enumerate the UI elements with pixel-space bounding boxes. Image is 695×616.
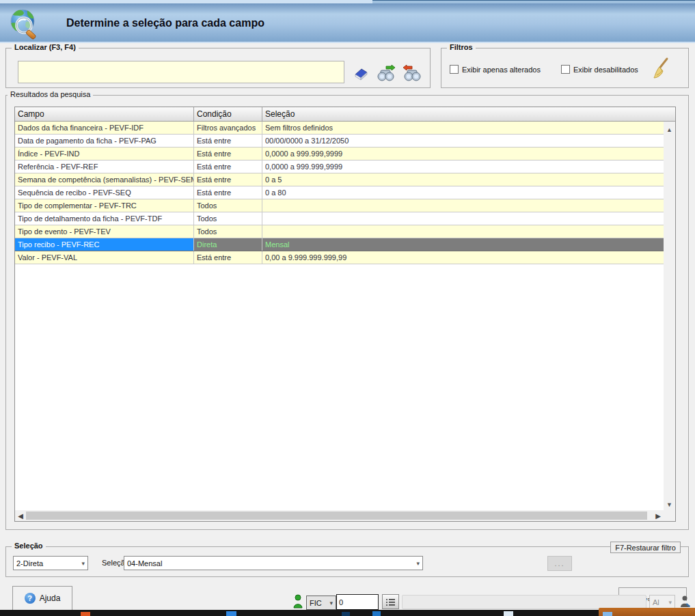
- results-table: Campo Condição Seleção Dados da ficha fi…: [14, 107, 676, 522]
- fic-combo[interactable]: FIC ▾: [306, 596, 336, 610]
- horizontal-scrollbar[interactable]: ◀ ▶: [15, 510, 664, 521]
- cell-condicao: Filtros avançados: [194, 122, 262, 134]
- al-combo-disabled: Al ▾: [649, 595, 675, 609]
- cell-campo: Índice - PEVF-IND: [15, 148, 194, 160]
- taskbar-app-fragment: [226, 611, 236, 616]
- help-button[interactable]: ? Ajuda: [12, 586, 72, 611]
- checkbox-exibir-desabilitados[interactable]: Exibir desabilitados: [561, 65, 638, 74]
- chevron-down-icon: ▾: [329, 600, 333, 606]
- table-row[interactable]: Índice - PEVF-INDEstá entre0,0000 a 999.…: [15, 148, 664, 160]
- table-row[interactable]: Tipo de detalhamento da ficha - PEVF-TDF…: [15, 212, 664, 225]
- taskbar-app-fragment: [504, 611, 513, 616]
- cell-selecao: [262, 199, 664, 212]
- cell-selecao: [262, 225, 664, 238]
- cell-condicao: Todos: [194, 225, 262, 238]
- cell-campo: Valor - PEVF-VAL: [15, 251, 194, 264]
- table-row[interactable]: Semana de competência (semanalistas) - P…: [15, 173, 664, 186]
- help-button-label: Ajuda: [40, 593, 61, 603]
- help-icon: ?: [25, 593, 36, 604]
- table-row[interactable]: Sequência de recibo - PEVF-SEQEstá entre…: [15, 186, 664, 199]
- broom-icon[interactable]: [646, 57, 674, 87]
- filtros-group-label: Filtros: [447, 43, 476, 51]
- cell-selecao: Mensal: [262, 238, 664, 251]
- cell-condicao: Está entre: [194, 186, 262, 199]
- fic-combo-value: FIC: [310, 599, 322, 607]
- checkbox-label: Exibir apenas alterados: [462, 66, 541, 74]
- page-title: Determine a seleção para cada campo: [66, 3, 264, 43]
- resultados-group: Resultados da pesquisa Campo Condição Se…: [5, 95, 689, 530]
- cell-selecao: 0 a 5: [262, 173, 664, 186]
- scroll-down-icon[interactable]: ▼: [664, 499, 675, 510]
- search-input[interactable]: [18, 61, 344, 83]
- selecao-group: Seleção 2-Direta ▾ Seleção 04-Mensal ▾ .…: [5, 546, 689, 577]
- more-options-button[interactable]: ...: [547, 556, 572, 571]
- table-row[interactable]: Referência - PEVF-REFEstá entre0,0000 a …: [15, 160, 664, 173]
- chevron-down-icon: ▾: [416, 560, 420, 567]
- find-previous-icon[interactable]: [401, 64, 423, 84]
- table-row[interactable]: Tipo de evento - PEVF-TEVTodos: [15, 225, 664, 238]
- selection-combo-value: 04-Mensal: [127, 559, 162, 568]
- cell-condicao: Está entre: [194, 148, 262, 160]
- counter-input[interactable]: [336, 594, 379, 610]
- checkbox-box[interactable]: [561, 65, 570, 74]
- selecao-group-label: Seleção: [12, 542, 46, 550]
- cell-campo: Sequência de recibo - PEVF-SEQ: [15, 186, 194, 199]
- cell-campo: Referência - PEVF-REF: [15, 160, 194, 173]
- table-row[interactable]: Tipo recibo - PEVF-RECDiretaMensal: [15, 238, 664, 251]
- table-row[interactable]: Valor - PEVF-VALEstá entre0,00 a 9.999.9…: [15, 251, 664, 264]
- localizar-group: Localizar (F3, F4): [5, 48, 431, 88]
- checkbox-box[interactable]: [450, 65, 459, 74]
- chevron-down-icon: ▾: [81, 560, 85, 567]
- find-next-icon[interactable]: [375, 64, 397, 84]
- column-header-condicao[interactable]: Condição: [194, 107, 262, 121]
- status-field: [402, 595, 646, 609]
- horizontal-scroll-thumb[interactable]: [26, 512, 647, 520]
- table-rows: Dados da ficha financeira - PEVF-IDFFilt…: [15, 122, 664, 264]
- cell-campo: Tipo recibo - PEVF-REC: [15, 238, 194, 251]
- dialog-header: Determine a seleção para cada campo: [0, 3, 695, 43]
- cell-condicao: Está entre: [194, 251, 262, 264]
- condition-combo-value: 2-Direta: [16, 559, 43, 568]
- cell-selecao: [262, 212, 664, 225]
- scrollbar-corner: [664, 510, 675, 521]
- checkbox-exibir-apenas-alterados[interactable]: Exibir apenas alterados: [450, 65, 541, 74]
- column-header-selecao[interactable]: Seleção: [262, 107, 675, 121]
- cell-selecao: 00/00/0000 a 31/12/2050: [262, 135, 664, 147]
- cell-selecao: 0 a 80: [262, 186, 664, 199]
- cell-condicao: Todos: [194, 199, 262, 212]
- table-row[interactable]: Dados da ficha financeira - PEVF-IDFFilt…: [15, 122, 664, 135]
- cell-campo: Tipo de evento - PEVF-TEV: [15, 225, 194, 238]
- cell-condicao: Todos: [194, 212, 262, 225]
- checkbox-label: Exibir desabilitados: [573, 66, 638, 74]
- cell-selecao: 0,0000 a 999.999,9999: [262, 148, 664, 160]
- table-header: Campo Condição Seleção: [15, 107, 675, 122]
- scroll-left-icon[interactable]: ◀: [15, 510, 26, 521]
- cell-condicao: Está entre: [194, 160, 262, 173]
- taskbar-app-fragment: [81, 612, 90, 616]
- list-icon[interactable]: [382, 594, 399, 609]
- vertical-scrollbar[interactable]: ▲ ▼: [664, 122, 675, 512]
- chevron-down-icon: ▾: [668, 599, 672, 606]
- table-row[interactable]: Tipo de complementar - PEVF-TRCTodos: [15, 199, 664, 212]
- cell-campo: Dados da ficha financeira - PEVF-IDF: [15, 122, 194, 134]
- cell-condicao: Está entre: [194, 173, 262, 186]
- eraser-icon[interactable]: [350, 64, 372, 84]
- scroll-up-icon[interactable]: ▲: [664, 124, 675, 135]
- condition-combo[interactable]: 2-Direta ▾: [13, 556, 88, 570]
- scroll-right-icon[interactable]: ▶: [653, 510, 664, 521]
- selection-combo[interactable]: 04-Mensal ▾: [124, 556, 423, 570]
- table-row[interactable]: Data de pagamento da ficha - PEVF-PAGEst…: [15, 135, 664, 148]
- localizar-group-label: Localizar (F3, F4): [12, 43, 79, 51]
- taskbar-icon-fragment: [603, 612, 612, 616]
- taskbar-app-fragment: [372, 611, 381, 616]
- cell-selecao: 0,00 a 9.999.999.999,99: [262, 251, 664, 264]
- restore-filter-button[interactable]: F7-Restaurar filtro: [610, 542, 681, 553]
- cell-condicao: Direta: [194, 238, 262, 251]
- dialog-determine-selecao: Determine a seleção para cada campo Loca…: [0, 0, 695, 616]
- cell-selecao: 0,0000 a 999.999,9999: [262, 160, 664, 173]
- cell-campo: Tipo de complementar - PEVF-TRC: [15, 199, 194, 212]
- resultados-group-label: Resultados da pesquisa: [8, 90, 93, 98]
- filtros-group: Filtros Exibir apenas alterados Exibir d…: [441, 48, 689, 88]
- cell-campo: Tipo de detalhamento da ficha - PEVF-TDF: [15, 212, 194, 225]
- column-header-campo[interactable]: Campo: [15, 107, 194, 121]
